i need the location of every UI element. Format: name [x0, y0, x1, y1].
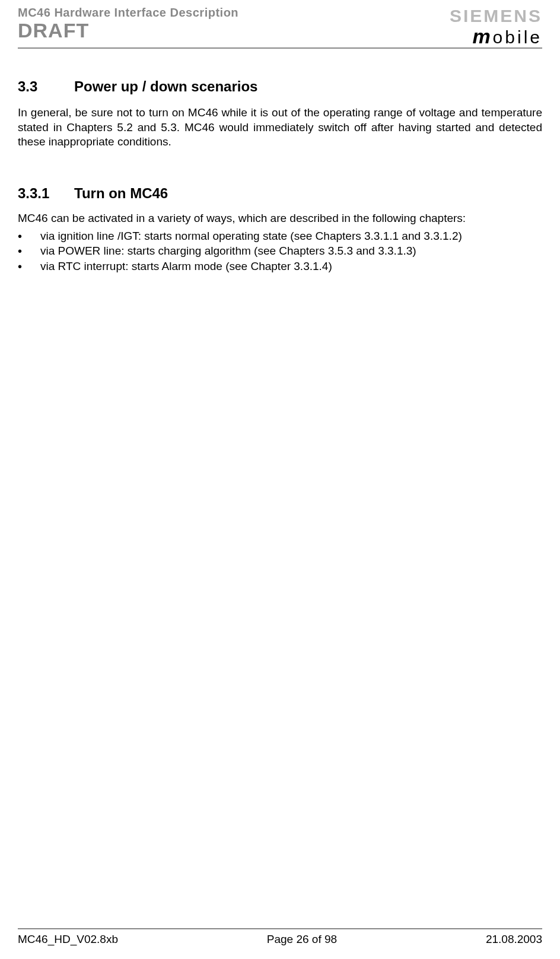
subsection-title: Turn on MC46 [74, 185, 168, 201]
list-item: via ignition line /IGT: starts normal op… [18, 228, 542, 244]
brand-logo: SIEMENS mobile [450, 6, 542, 46]
page-header: MC46 Hardware Interface Description DRAF… [18, 6, 542, 49]
list-item: via POWER line: starts charging algorith… [18, 243, 542, 259]
section-heading-3-3: 3.3Power up / down scenarios [18, 78, 542, 95]
mobile-wordmark: mobile [472, 26, 542, 46]
list-item: via RTC interrupt: starts Alarm mode (se… [18, 259, 542, 274]
footer-right: 21.08.2003 [486, 933, 542, 946]
bullet-list: via ignition line /IGT: starts normal op… [18, 228, 542, 274]
section-number: 3.3 [18, 78, 74, 95]
header-left: MC46 Hardware Interface Description DRAF… [18, 6, 238, 42]
footer-center: Page 26 of 98 [267, 933, 337, 946]
siemens-wordmark: SIEMENS [450, 6, 542, 26]
section-3-3-body: In general, be sure not to turn on MC46 … [18, 106, 542, 150]
section-3-3-1-intro: MC46 can be activated in a variety of wa… [18, 211, 542, 226]
section-heading-3-3-1: 3.3.1Turn on MC46 [18, 185, 542, 202]
mobile-rest: obile [493, 27, 542, 47]
page-footer: MC46_HD_V02.8xb Page 26 of 98 21.08.2003 [18, 928, 542, 946]
page-container: MC46 Hardware Interface Description DRAF… [0, 0, 560, 959]
footer-left: MC46_HD_V02.8xb [18, 933, 118, 946]
document-title: MC46 Hardware Interface Description [18, 6, 238, 20]
subsection-number: 3.3.1 [18, 185, 74, 202]
mobile-m: m [472, 25, 492, 47]
section-title: Power up / down scenarios [74, 78, 257, 94]
draft-label: DRAFT [18, 20, 238, 42]
